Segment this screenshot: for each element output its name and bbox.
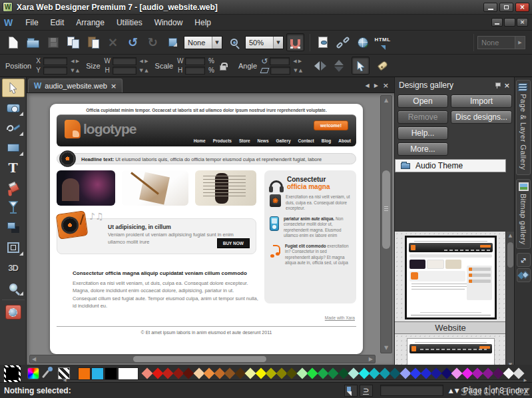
horizontal-scroll-thumb[interactable] xyxy=(133,356,266,362)
menu-utilities[interactable]: Utilities xyxy=(111,16,148,29)
tool-contour[interactable] xyxy=(2,238,25,257)
close-button[interactable]: × xyxy=(515,3,529,12)
flip-vertical-button[interactable] xyxy=(334,60,344,72)
minimize-button[interactable] xyxy=(483,3,497,12)
skew-field[interactable] xyxy=(270,67,290,75)
doc-minimize-button[interactable] xyxy=(491,18,503,27)
save-button[interactable] xyxy=(44,33,62,51)
size-w-field[interactable] xyxy=(113,57,136,65)
gallery-open-button[interactable]: Open xyxy=(398,95,448,108)
palette-scroll-left-icon[interactable]: ◀ xyxy=(63,377,67,382)
color-editor-button[interactable] xyxy=(27,367,39,379)
canvas[interactable]: Officia cupidatat minim tempor. Occaecat… xyxy=(27,93,394,365)
position-y-field[interactable] xyxy=(43,67,67,75)
tool-fill[interactable] xyxy=(2,178,25,197)
document-menu-icon[interactable]: W xyxy=(4,17,13,28)
eyedropper-icon[interactable] xyxy=(43,367,54,380)
horizontal-scrollbar[interactable]: ◀ ▶ xyxy=(29,355,376,363)
name-tag-icon[interactable] xyxy=(378,61,389,71)
palette-swatch[interactable] xyxy=(105,367,117,380)
gallery-help-button[interactable]: Help... xyxy=(398,126,448,140)
menu-help[interactable]: Help xyxy=(188,16,217,29)
tab-bitmap-gallery[interactable]: Bitmap gallery xyxy=(516,179,531,250)
scroll-left-icon[interactable]: ◀ xyxy=(32,355,36,363)
thumbnail-label-website[interactable]: Website xyxy=(395,321,506,334)
tool-3d-extrude[interactable]: 3D xyxy=(2,258,25,277)
palette-swatch[interactable] xyxy=(91,367,104,380)
menu-arrange[interactable]: Arrange xyxy=(70,16,111,29)
menu-file[interactable]: File xyxy=(19,16,44,29)
tab-scroll-right-icon[interactable]: ▶ xyxy=(374,83,378,89)
maximize-button[interactable] xyxy=(499,3,513,12)
lock-aspect-icon[interactable] xyxy=(220,65,226,71)
link-button[interactable] xyxy=(334,33,352,51)
scroll-right-icon[interactable]: ▶ xyxy=(369,355,373,363)
zoom-level-dropdown[interactable]: 50% ▼ xyxy=(245,36,284,49)
x-spinner[interactable]: ◀ ▶ xyxy=(71,59,79,64)
menu-window[interactable]: Window xyxy=(148,16,189,29)
previous-page-icon[interactable]: ▲ xyxy=(449,387,453,394)
snap-indicator-button[interactable]: ⊃ xyxy=(360,385,373,397)
scale-h-field[interactable] xyxy=(185,67,205,75)
web-properties-button[interactable]: ✓ xyxy=(354,33,372,51)
scroll-up-icon[interactable]: ▲ xyxy=(381,96,392,105)
flip-horizontal-button[interactable] xyxy=(314,61,326,71)
scroll-down-icon[interactable]: ▼ xyxy=(381,343,392,353)
tool-transparency[interactable] xyxy=(2,198,25,217)
tab-scroll-left-icon[interactable]: ◀ xyxy=(365,83,369,89)
delete-button[interactable]: × xyxy=(104,33,122,51)
tab-page-layer-gallery[interactable]: Page & Layer Gallery xyxy=(516,80,531,175)
vertical-scroll-thumb[interactable] xyxy=(382,170,390,249)
paste-button[interactable] xyxy=(84,33,102,51)
tool-selector[interactable] xyxy=(2,79,25,97)
new-document-button[interactable] xyxy=(4,33,22,51)
gallery-more-button[interactable]: More... xyxy=(398,142,448,156)
h-spinner[interactable]: ▼ ▲ xyxy=(140,68,148,73)
tab-line-gallery[interactable]: ↔ xyxy=(517,253,531,267)
menu-edit[interactable]: Edit xyxy=(45,16,71,29)
gallery-close-icon[interactable]: × xyxy=(504,82,510,89)
open-button[interactable] xyxy=(24,33,42,51)
tool-text[interactable]: T xyxy=(2,158,25,177)
y-spinner[interactable]: ▼ ▲ xyxy=(71,68,79,73)
tab-fill-gallery[interactable] xyxy=(517,268,531,282)
tool-photo[interactable] xyxy=(2,99,25,117)
doc-restore-button[interactable] xyxy=(504,18,515,27)
tab-bar-close-icon[interactable]: × xyxy=(383,81,389,90)
tool-rectangle[interactable] xyxy=(2,138,25,157)
tab-close-icon[interactable]: × xyxy=(111,83,117,90)
position-x-field[interactable] xyxy=(43,57,67,65)
doc-close-button[interactable]: × xyxy=(517,18,528,27)
scale-w-field[interactable] xyxy=(185,57,205,65)
copy-button[interactable] xyxy=(64,33,82,51)
palette-swatch[interactable] xyxy=(118,367,138,380)
rotate-field[interactable] xyxy=(270,57,290,65)
pin-icon[interactable] xyxy=(495,83,500,88)
selection-indicator-button[interactable] xyxy=(344,385,358,397)
w-spinner[interactable]: ◀ ▶ xyxy=(140,59,148,64)
snap-to-objects-button[interactable] xyxy=(286,33,304,51)
gallery-disc-designs-button[interactable]: Disc designs... xyxy=(451,110,512,124)
web-page[interactable]: Officia cupidatat minim tempor. Occaecat… xyxy=(50,104,363,354)
current-color-swatch[interactable] xyxy=(4,365,21,382)
document-tab[interactable]: W audio_website.web × xyxy=(28,79,123,93)
angle-spinner[interactable]: ◀ ▶ xyxy=(293,59,302,64)
transform-button[interactable] xyxy=(164,33,182,51)
tool-zoom[interactable] xyxy=(2,278,25,297)
chevron-down-icon[interactable]: ▼ xyxy=(212,37,222,49)
gallery-import-button[interactable]: Import xyxy=(451,95,512,108)
gallery-remove-button[interactable]: Remove xyxy=(398,110,448,124)
palette-scroll-right-icon[interactable]: ▶ xyxy=(523,377,527,382)
palette-swatch[interactable] xyxy=(78,367,91,380)
next-page-icon[interactable]: ▼ xyxy=(455,387,459,394)
scroll-up-icon[interactable]: ▲ xyxy=(506,232,515,240)
undo-button[interactable]: ↺ xyxy=(124,33,142,51)
tool-freehand[interactable] xyxy=(2,118,25,137)
gallery-folder-header[interactable]: Audio Theme xyxy=(395,159,506,172)
tool-shadow[interactable] xyxy=(2,218,25,237)
vertical-scrollbar[interactable]: ▲ ▼ xyxy=(380,95,392,353)
selector-tool-button[interactable] xyxy=(352,57,370,75)
design-thumbnail-website[interactable] xyxy=(405,236,497,319)
tool-web-properties[interactable] xyxy=(2,303,25,321)
redo-button[interactable]: ↺ xyxy=(144,33,162,51)
